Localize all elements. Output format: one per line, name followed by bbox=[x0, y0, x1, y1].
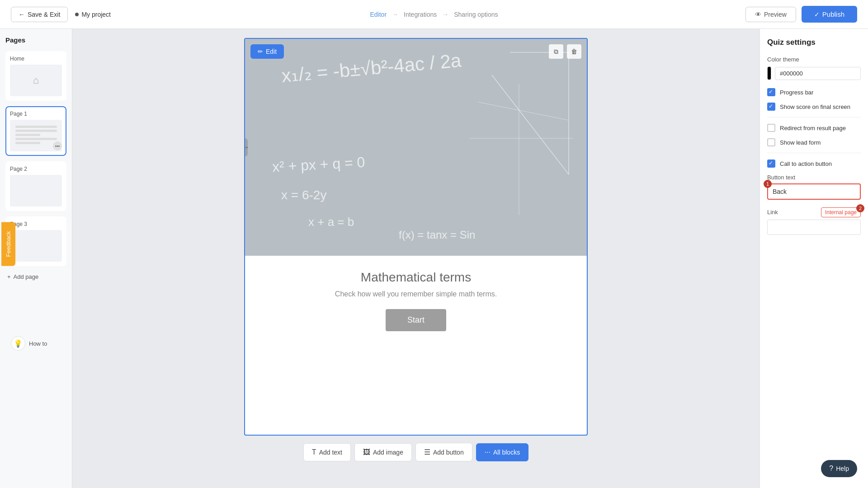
chalk-formula-4: x = 6-2y bbox=[281, 188, 326, 202]
link-row: Link Internal page 2 bbox=[767, 208, 861, 235]
nav-arrow-1: → bbox=[392, 11, 398, 18]
project-name-text: My project bbox=[81, 11, 111, 18]
cta-checkbox[interactable] bbox=[767, 160, 775, 168]
add-image-button[interactable]: 🖼 Add image bbox=[354, 443, 412, 461]
quiz-subtitle: Check how well you remember simple math … bbox=[263, 290, 569, 298]
redirect-label: Redirect from result page bbox=[780, 125, 846, 131]
preview-label: Preview bbox=[764, 11, 787, 18]
top-nav-right: 👁 Preview Publish bbox=[745, 6, 857, 23]
duplicate-icon: ⧉ bbox=[554, 48, 558, 56]
page-thumb-page3-preview bbox=[10, 230, 62, 262]
badge-2: 2 bbox=[856, 204, 864, 212]
cta-row: Call to action button bbox=[767, 160, 861, 168]
nav-step-editor[interactable]: Editor bbox=[370, 11, 387, 18]
resize-handle[interactable]: ⟺ bbox=[245, 138, 248, 156]
button-text-input[interactable] bbox=[767, 183, 861, 200]
project-name: My project bbox=[75, 11, 111, 18]
top-nav-left: Save & Exit My project bbox=[11, 7, 111, 22]
trash-icon: 🗑 bbox=[571, 48, 577, 55]
page-thumb-home-preview: ⌂ bbox=[10, 65, 62, 96]
help-label: Help bbox=[836, 465, 849, 472]
button-text-label: Button text bbox=[767, 174, 861, 181]
main-layout: Pages Home ⌂ Page 1 ••• bbox=[0, 29, 868, 488]
page-thumb-home[interactable]: Home ⌂ bbox=[5, 51, 66, 101]
svg-line-3 bbox=[478, 102, 569, 120]
badge-1: 1 bbox=[764, 180, 772, 188]
all-blocks-button[interactable]: ··· All blocks bbox=[476, 443, 528, 461]
button-text-input-wrapper: 1 bbox=[767, 183, 861, 200]
how-to-area[interactable]: 💡 How to bbox=[11, 336, 72, 351]
page-thumb-page3-label: Page 3 bbox=[10, 221, 62, 227]
start-button[interactable]: Start bbox=[386, 309, 446, 331]
save-exit-button[interactable]: Save & Exit bbox=[11, 7, 68, 22]
divider-1 bbox=[767, 117, 861, 117]
duplicate-icon-button[interactable]: ⧉ bbox=[549, 44, 563, 59]
cta-label: Call to action button bbox=[780, 160, 832, 167]
how-to-label: How to bbox=[29, 340, 47, 347]
top-nav-center: Editor → Integrations → Sharing options bbox=[370, 11, 498, 18]
bottom-toolbar: T Add text 🖼 Add image ☰ Add button ··· … bbox=[303, 443, 528, 461]
page-line-5 bbox=[15, 142, 40, 144]
redirect-row: Redirect from result page bbox=[767, 124, 861, 132]
chalk-formula-1: x₁/₂ = -b±√b²-4ac / 2a bbox=[281, 49, 462, 87]
chalk-formula-5: x + a = b bbox=[308, 215, 354, 229]
internal-page-badge-wrapper: Internal page 2 bbox=[821, 208, 861, 216]
show-lead-row: Show lead form bbox=[767, 138, 861, 146]
bulb-icon: 💡 bbox=[11, 336, 25, 351]
edit-button[interactable]: ✏ Edit bbox=[250, 44, 284, 59]
page-thumb-page1[interactable]: Page 1 ••• bbox=[5, 106, 66, 156]
nav-step-integrations[interactable]: Integrations bbox=[404, 11, 437, 18]
color-input[interactable] bbox=[775, 67, 861, 80]
chalk-formula-6: f(x) = tanx = Sin bbox=[399, 229, 475, 241]
progress-bar-checkbox[interactable] bbox=[767, 88, 775, 96]
page-thumb-page1-label: Page 1 bbox=[10, 111, 62, 117]
canvas: ✏ Edit ⧉ 🗑 x₁/₂ = -b±√b²-4ac / 2a x² + p… bbox=[244, 38, 588, 436]
editor-area: ✏ Edit ⧉ 🗑 x₁/₂ = -b±√b²-4ac / 2a x² + p… bbox=[72, 29, 760, 488]
text-icon: T bbox=[312, 448, 316, 456]
show-lead-checkbox[interactable] bbox=[767, 138, 775, 146]
redirect-checkbox[interactable] bbox=[767, 124, 775, 132]
pages-title: Pages bbox=[5, 36, 66, 44]
nav-arrow-2: → bbox=[442, 11, 448, 18]
right-panel: Quiz settings Color theme Progress bar S… bbox=[760, 29, 868, 488]
add-text-button[interactable]: T Add text bbox=[303, 443, 351, 461]
help-button[interactable]: ? Help bbox=[821, 460, 857, 477]
add-button-button[interactable]: ☰ Add button bbox=[415, 443, 472, 461]
internal-page-badge[interactable]: Internal page bbox=[821, 207, 861, 217]
all-blocks-label: All blocks bbox=[493, 449, 520, 456]
nav-step-sharing[interactable]: Sharing options bbox=[454, 11, 498, 18]
feedback-tab[interactable]: Feedback bbox=[1, 222, 15, 266]
page-thumb-page2[interactable]: Page 2 bbox=[5, 161, 66, 211]
home-icon: ⌂ bbox=[33, 75, 39, 86]
preview-button[interactable]: 👁 Preview bbox=[745, 7, 796, 22]
button-text-row: Button text 1 bbox=[767, 174, 861, 200]
image-icon: 🖼 bbox=[363, 448, 370, 456]
color-swatch[interactable] bbox=[767, 66, 771, 80]
link-label: Link bbox=[767, 209, 778, 216]
eye-icon: 👁 bbox=[755, 11, 761, 18]
panel-title: Quiz settings bbox=[767, 38, 861, 47]
quiz-title: Mathematical terms bbox=[263, 270, 569, 285]
publish-button[interactable]: Publish bbox=[802, 6, 857, 23]
top-nav: Save & Exit My project Editor → Integrat… bbox=[0, 0, 868, 29]
page-menu-button[interactable]: ••• bbox=[53, 141, 62, 150]
show-score-checkbox[interactable] bbox=[767, 103, 775, 111]
delete-icon-button[interactable]: 🗑 bbox=[567, 44, 581, 59]
page-line-3 bbox=[15, 134, 40, 136]
show-lead-label: Show lead form bbox=[780, 139, 821, 146]
add-image-label: Add image bbox=[373, 449, 403, 456]
help-icon: ? bbox=[829, 465, 833, 473]
chalk-geometry bbox=[465, 48, 578, 220]
pencil-icon: ✏ bbox=[258, 48, 263, 55]
add-page-label: Add page bbox=[14, 273, 39, 280]
color-theme-row: Color theme bbox=[767, 56, 861, 80]
progress-bar-label: Progress bar bbox=[780, 89, 813, 96]
canvas-icons: ⧉ 🗑 bbox=[549, 44, 581, 59]
link-input[interactable] bbox=[767, 220, 861, 235]
content-panel: Mathematical terms Check how well you re… bbox=[245, 256, 587, 346]
add-page-button[interactable]: + Add page bbox=[5, 272, 66, 282]
page-lines bbox=[15, 126, 57, 146]
progress-bar-row: Progress bar bbox=[767, 88, 861, 96]
svg-line-2 bbox=[492, 75, 569, 174]
page-thumb-page2-preview bbox=[10, 175, 62, 206]
